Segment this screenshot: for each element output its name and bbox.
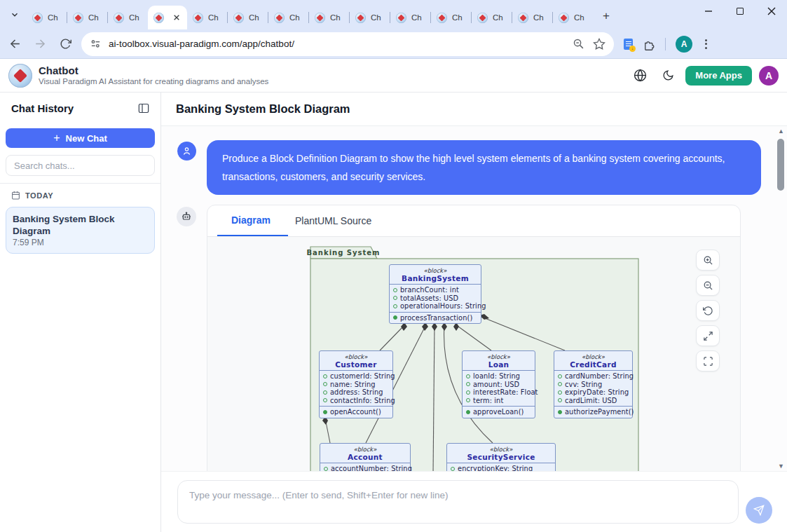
docs-extension-icon[interactable] [624,39,633,50]
send-button[interactable] [746,497,772,524]
block-account[interactable]: «block» Account accountNumber: String [320,443,411,471]
chat-area: Produce a Block Definition Diagram to sh… [161,126,787,471]
block-banking-system[interactable]: «block» BankingSystem branchCount: int t… [389,264,481,324]
tab-close-icon[interactable] [172,13,182,22]
reload-button[interactable] [55,34,76,55]
browser-tab[interactable]: Ch [350,6,390,29]
browser-tab[interactable]: Ch [27,6,67,29]
expand-arrows-icon [703,331,713,341]
attribute-row: term: int [463,397,535,405]
plus-icon: + [53,132,60,144]
scroll-down-arrow[interactable]: ▼ [778,463,783,469]
language-globe-button[interactable] [629,65,650,86]
date-section-label: TODAY [25,191,53,200]
scrollbar-thumb[interactable] [777,139,784,191]
back-button[interactable] [4,34,25,55]
scroll-up-arrow[interactable]: ▲ [778,128,783,134]
stereotype-label: «block» [556,353,631,360]
operation-bullet-icon [393,315,397,320]
block-loan[interactable]: «block» Loan loanId: String amount: USD … [462,350,535,418]
extensions-puzzle-icon[interactable] [643,38,655,50]
browser-tab[interactable]: Ch [67,6,107,29]
block-name: Customer [321,360,391,369]
block-name: BankingSystem [391,274,479,282]
browser-toolbar: ai-toolbox.visual-paradigm.com/app/chatb… [0,29,787,59]
browser-tab[interactable]: Ch [309,6,349,29]
tab-label: Ch [129,13,139,22]
browser-menu-button[interactable] [702,36,710,52]
tab-label: Ch [330,13,341,22]
browser-tab[interactable]: Ch [108,6,148,29]
block-security-service[interactable]: «block» SecurityService encryptionKey: S… [446,443,556,471]
more-apps-button[interactable]: More Apps [685,66,752,86]
user-profile-avatar[interactable]: A [759,66,779,86]
visual-paradigm-favicon [396,13,406,23]
browser-tab[interactable]: Ch [512,6,552,29]
tab-plantuml-source[interactable]: PlantUML Source [288,205,378,236]
browser-tab[interactable]: Ch [553,6,593,29]
block-customer[interactable]: «block» Customer customerId: String name… [319,350,393,418]
window-maximize-button[interactable] [724,0,755,22]
browser-tabstrip: Ch Ch Ch Ch Ch Ch Ch Ch Ch Ch Ch Ch Ch + [0,0,787,29]
visual-paradigm-favicon [114,13,124,23]
operation-row: processTransaction() [390,314,481,322]
moon-icon [662,69,674,81]
tab-diagram[interactable]: Diagram [217,205,288,236]
reset-view-button[interactable] [696,300,720,321]
new-chat-button[interactable]: + New Chat [6,128,155,148]
zoom-out-icon [703,280,713,291]
window-close-button[interactable] [755,0,787,22]
address-bar[interactable]: ai-toolbox.visual-paradigm.com/app/chatb… [81,32,614,56]
bookmark-star-icon[interactable] [593,38,605,50]
attribute-bullet-icon [393,288,397,292]
zoom-out-button[interactable] [696,275,720,296]
browser-profile-avatar[interactable]: A [676,36,692,53]
zoom-in-button[interactable] [696,250,720,271]
new-tab-button[interactable]: + [597,7,615,25]
window-minimize-button[interactable] [692,0,724,22]
fit-to-screen-button[interactable] [696,325,720,346]
browser-tab[interactable]: Ch [187,6,227,29]
attribute-row: name: String [320,381,392,389]
attribute-row: customerId: String [320,372,392,381]
tab-label: Ch [249,13,259,22]
message-input[interactable] [177,480,739,524]
attribute-bullet-icon [466,390,470,395]
browser-tab[interactable]: Ch [390,6,430,29]
visual-paradigm-favicon [32,13,43,23]
browser-tab[interactable]: Ch [431,6,471,29]
operation-bullet-icon [466,410,470,414]
attribute-bullet-icon [393,296,397,300]
tab-label: Ch [48,13,58,22]
attribute-row: amount: USD [463,381,535,389]
block-credit-card[interactable]: «block» CreditCard cardNumber: String cv… [554,350,633,418]
operation-bullet-icon [558,410,562,414]
block-name: CreditCard [556,360,631,369]
forward-button[interactable] [29,34,50,55]
fullscreen-button[interactable] [696,350,720,371]
browser-tab[interactable]: Ch [268,6,308,29]
tab-search-button[interactable] [6,6,24,24]
tab-label: Ch [452,13,463,22]
app-title: Chatbot [39,64,268,76]
attribute-row: interestRate: Float [463,388,535,397]
stereotype-label: «block» [391,267,479,274]
browser-tab[interactable]: Ch [228,6,268,29]
tab-label: Ch [371,13,381,22]
collapse-sidebar-icon[interactable] [138,103,149,114]
diagram-viewport[interactable]: Banking System [207,237,740,471]
app-subtitle: Visual Paradigm AI Assistant for creatin… [39,76,268,86]
chat-scrollbar[interactable]: ▲ ▼ [776,126,786,471]
dark-mode-button[interactable] [657,65,678,86]
visual-paradigm-favicon [193,13,203,23]
stereotype-label: «block» [321,353,391,360]
visual-paradigm-favicon [437,13,447,23]
search-chats-input[interactable] [6,155,155,176]
browser-tab[interactable]: Ch [472,6,512,29]
zoom-indicator-icon[interactable] [573,38,584,50]
chat-history-item[interactable]: Banking System Block Diagram 7:59 PM [6,207,155,254]
stereotype-label: «block» [464,353,533,360]
browser-tab-active[interactable] [148,6,187,29]
site-settings-icon[interactable] [90,38,102,50]
block-name: Account [322,453,409,461]
